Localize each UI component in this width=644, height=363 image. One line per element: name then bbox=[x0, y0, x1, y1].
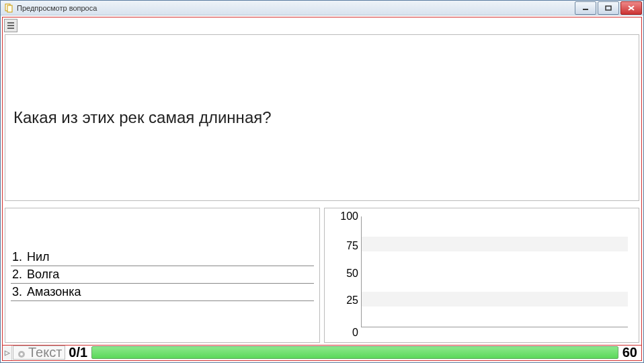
chart-ytick: 50 bbox=[331, 268, 358, 280]
text-mode-button[interactable]: Текст bbox=[13, 346, 65, 360]
svg-rect-1 bbox=[7, 5, 12, 12]
question-panel: Какая из этих рек самая длинная? bbox=[5, 34, 639, 201]
answer-label: Амазонка bbox=[27, 285, 314, 299]
results-chart: 100 75 50 25 0 bbox=[330, 212, 633, 337]
answer-label: Волга bbox=[27, 268, 314, 282]
answer-number: 2. bbox=[11, 268, 27, 282]
question-counter: 0/1 bbox=[66, 345, 90, 360]
slide-area: Какая из этих рек самая длинная? 1. Нил … bbox=[2, 17, 642, 346]
svg-rect-3 bbox=[606, 6, 611, 10]
client-area: Какая из этих рек самая длинная? 1. Нил … bbox=[1, 15, 643, 362]
gear-icon bbox=[16, 348, 27, 358]
window-controls bbox=[573, 1, 642, 15]
app-window: Предпросмотр вопроса Какая из этих рек с… bbox=[0, 0, 644, 363]
answer-number: 3. bbox=[11, 285, 27, 299]
chart-plot-area bbox=[361, 216, 628, 327]
timer-progress-bar bbox=[91, 346, 618, 359]
chart-ytick: 75 bbox=[331, 240, 358, 252]
answer-row[interactable]: 2. Волга bbox=[11, 266, 314, 284]
chart-ytick: 25 bbox=[331, 294, 358, 307]
status-bar: ▷ Текст 0/1 60 bbox=[2, 345, 642, 361]
svg-point-7 bbox=[20, 353, 23, 356]
app-icon bbox=[5, 3, 14, 13]
answer-row[interactable]: 1. Нил bbox=[11, 249, 314, 266]
hamburger-menu-button[interactable] bbox=[4, 19, 17, 32]
prev-arrow-button[interactable]: ▷ bbox=[3, 345, 12, 360]
answer-number: 1. bbox=[11, 250, 27, 264]
lower-row: 1. Нил 2. Волга 3. Амазонка bbox=[5, 208, 639, 343]
titlebar: Предпросмотр вопроса bbox=[1, 1, 643, 15]
question-text: Какая из этих рек самая длинная? bbox=[13, 107, 272, 128]
text-mode-label: Текст bbox=[28, 345, 62, 360]
answers-list: 1. Нил 2. Волга 3. Амазонка bbox=[11, 212, 314, 337]
timer-value: 60 bbox=[620, 345, 641, 360]
minimize-button[interactable] bbox=[575, 1, 596, 15]
answers-panel: 1. Нил 2. Волга 3. Амазонка bbox=[5, 208, 320, 343]
chart-ytick: 100 bbox=[331, 210, 358, 223]
answer-label: Нил bbox=[27, 250, 314, 264]
window-title: Предпросмотр вопроса bbox=[17, 4, 573, 12]
close-button[interactable] bbox=[620, 1, 642, 15]
maximize-button[interactable] bbox=[598, 1, 619, 15]
chart-panel: 100 75 50 25 0 bbox=[324, 208, 639, 343]
answer-row[interactable]: 3. Амазонка bbox=[11, 284, 314, 301]
chart-ytick: 0 bbox=[331, 327, 358, 339]
